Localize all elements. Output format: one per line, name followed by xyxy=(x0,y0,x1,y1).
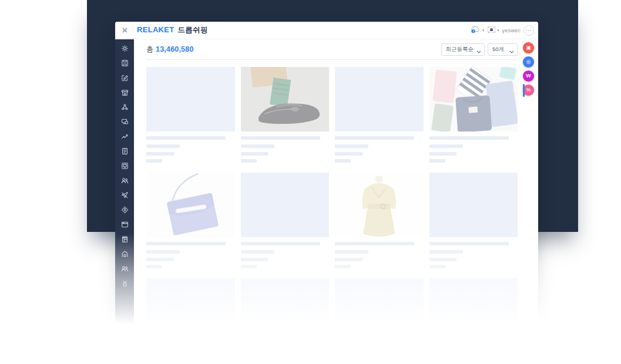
plane-icon xyxy=(120,191,129,200)
skeleton-line-bar xyxy=(429,258,457,261)
close-button[interactable]: × xyxy=(115,22,135,39)
skeleton-price-bar xyxy=(429,159,445,163)
product-card[interactable] xyxy=(146,67,235,163)
sidebar-item-list[interactable] xyxy=(115,144,134,159)
product-image xyxy=(335,278,424,338)
chevron-down-icon xyxy=(509,48,514,55)
user-account[interactable]: yeswec xyxy=(502,28,521,33)
sidebar-item-diamond[interactable] xyxy=(115,203,134,217)
window-body: 총 13,460,580 최근등록순 50개 xyxy=(115,39,538,338)
browser-icon xyxy=(120,220,129,229)
sidebar-item-spray[interactable] xyxy=(115,276,134,291)
brand-logo: RELAKET xyxy=(137,25,174,34)
product-image xyxy=(335,67,424,132)
product-card[interactable] xyxy=(335,278,424,338)
sidebar-item-network[interactable] xyxy=(115,100,134,114)
skeleton-price-bar xyxy=(241,265,257,268)
cloud-icon: 1 xyxy=(470,25,481,35)
product-card[interactable] xyxy=(146,173,235,268)
skeleton-price-bar xyxy=(146,159,162,163)
product-card[interactable] xyxy=(335,67,424,163)
sidebar-item-storefront[interactable] xyxy=(115,85,134,100)
more-menu-button[interactable]: ··· xyxy=(523,25,534,36)
skeleton-line-bar xyxy=(241,258,268,261)
spray-icon xyxy=(120,279,129,288)
sidebar-item-save[interactable] xyxy=(115,56,134,70)
sidebar-item-home[interactable] xyxy=(115,247,134,261)
sidebar-item-vending[interactable] xyxy=(115,232,134,247)
product-card[interactable] xyxy=(241,67,330,163)
skeleton-line-bar xyxy=(241,250,274,254)
product-photo-tshirts xyxy=(429,67,518,132)
product-card[interactable] xyxy=(146,278,235,338)
total-count: 총 13,460,580 xyxy=(146,45,194,55)
cloud-sync-dropdown[interactable]: 1 ▾ xyxy=(470,25,485,35)
skeleton-title-bar xyxy=(429,136,509,140)
korea-flag-icon xyxy=(487,26,496,35)
skeleton-line-bar xyxy=(241,152,268,156)
product-card[interactable] xyxy=(241,173,330,268)
edit-icon xyxy=(120,73,129,82)
product-card[interactable] xyxy=(241,278,330,338)
window-header: × RELAKET 드롭쉬핑 1 ▾ xyxy=(115,22,538,39)
product-image xyxy=(241,278,330,338)
sidebar-item-users[interactable] xyxy=(115,173,134,188)
hero-artwork: × RELAKET 드롭쉬핑 1 ▾ xyxy=(0,0,621,364)
page-size-value: 50개 xyxy=(492,46,504,53)
skeleton-line-bar xyxy=(335,152,362,156)
product-grid xyxy=(146,67,518,338)
devices-icon xyxy=(120,117,129,126)
skeleton-line-bar xyxy=(146,250,180,254)
skeleton-line-bar xyxy=(146,258,174,261)
scrollbar-handle[interactable] xyxy=(523,84,525,97)
sidebar-item-edit[interactable] xyxy=(115,70,134,85)
sidebar-item-plane[interactable] xyxy=(115,188,134,203)
team-icon xyxy=(120,264,129,273)
sidebar-item-devices[interactable] xyxy=(115,114,134,129)
page-title: RELAKET 드롭쉬핑 xyxy=(137,25,208,35)
product-image xyxy=(429,173,518,237)
sidebar-item-browser[interactable] xyxy=(115,217,134,232)
product-image xyxy=(146,278,235,338)
language-flag-dropdown[interactable]: ▾ xyxy=(487,26,499,35)
product-card[interactable] xyxy=(429,67,518,163)
page-size-select[interactable]: 50개 xyxy=(488,43,518,56)
sidebar-item-team[interactable] xyxy=(115,261,134,276)
diamond-icon xyxy=(120,205,129,214)
product-card[interactable] xyxy=(429,278,518,338)
chevron-down-icon xyxy=(476,48,481,55)
skeleton-line-bar xyxy=(335,250,368,254)
vending-icon xyxy=(120,235,129,244)
product-card[interactable] xyxy=(429,173,518,268)
skeleton-price-bar xyxy=(146,265,162,268)
skeleton-price-bar xyxy=(429,265,445,268)
skeleton-line-bar xyxy=(335,258,362,261)
header-actions: 1 ▾ ▾ xyxy=(470,25,538,36)
skeleton-title-bar xyxy=(429,242,509,245)
page-title-suffix: 드롭쉬핑 xyxy=(178,25,208,35)
sidebar-item-settings[interactable] xyxy=(115,41,134,56)
skeleton-line-bar xyxy=(429,250,463,254)
skeleton-line-bar xyxy=(335,144,368,148)
product-photo-shoe xyxy=(241,67,330,132)
fab-photo-button[interactable]: ▣ xyxy=(523,42,534,53)
svg-text:1: 1 xyxy=(472,30,474,33)
skeleton-title-bar xyxy=(241,242,320,245)
product-image xyxy=(241,173,330,237)
skeleton-price-bar xyxy=(335,265,351,268)
chevron-down-icon: ▾ xyxy=(497,28,499,32)
product-image xyxy=(429,278,518,338)
fab-won-chat-button[interactable]: ₩ xyxy=(523,70,534,82)
sort-order-select[interactable]: 최근등록순 xyxy=(441,43,485,56)
product-photo-bag xyxy=(146,173,235,237)
skeleton-price-bar xyxy=(241,159,257,163)
sidebar-item-trend[interactable] xyxy=(115,129,134,144)
sidebar-item-kiosk[interactable] xyxy=(115,159,134,173)
fab-photo-icon: ▣ xyxy=(526,45,531,50)
skeleton-line-bar xyxy=(429,152,457,156)
skeleton-line-bar xyxy=(241,144,274,148)
fab-percent-icon: % xyxy=(526,87,531,93)
fab-disc-button[interactable]: ◎ xyxy=(523,56,534,68)
product-card[interactable] xyxy=(335,173,424,268)
total-count-value: 13,460,580 xyxy=(156,45,194,53)
